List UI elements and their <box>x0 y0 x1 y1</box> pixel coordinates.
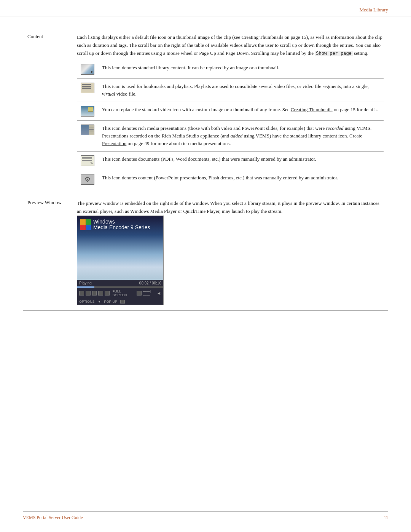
fullscreen-icon[interactable] <box>137 291 142 296</box>
time-display: 00:02 / 00:10 <box>139 281 161 285</box>
popup-button[interactable]: POP-UP <box>104 300 117 304</box>
icon-row-gear: This icon denotes content (PowerPoint pr… <box>77 170 384 189</box>
options-row: OPTIONS ▼ POP-UP <box>77 299 163 305</box>
windows-flag-icon <box>80 219 91 230</box>
preview-video-area: Windows Media Encoder 9 Series <box>77 216 164 280</box>
rewind-button[interactable] <box>98 291 103 296</box>
icon-row-rich: This icon denotes rich media presentatio… <box>77 121 384 152</box>
progress-bar[interactable] <box>77 286 163 288</box>
icon-desc-gear: This icon denotes content (PowerPoint pr… <box>98 170 384 189</box>
windows-text: Windows Media Encoder 9 Series <box>93 219 150 231</box>
icon-desc-standard: This icon denotes standard library conte… <box>98 60 384 78</box>
creating-thumbnails-link-1[interactable]: Creating Thumbnails <box>291 107 333 112</box>
icon-row-standard: This icon denotes standard library conte… <box>77 60 384 78</box>
icon-cell-thumbnail <box>77 102 98 121</box>
main-content: Content Each listing displays either a d… <box>0 16 411 326</box>
icon-row-document: This icon denotes documents (PDFs, Word … <box>77 152 384 170</box>
gear-icon <box>81 174 94 185</box>
fullscreen-button[interactable]: FULL SCREEN <box>113 289 134 297</box>
page-header: Media Library <box>0 0 411 16</box>
header-title: Media Library <box>360 7 388 13</box>
content-main-text: Each listing displays either a default f… <box>77 34 384 58</box>
preview-controls-bar: Playing 00:02 / 00:10 <box>77 280 163 286</box>
icon-cell-document <box>77 152 98 170</box>
pause-button[interactable] <box>86 291 91 296</box>
preview-label: Preview Window <box>23 194 72 311</box>
rich-media-icon <box>81 125 94 135</box>
page-container: Media Library Content Each listing displ… <box>0 0 411 532</box>
thumbnail-icon <box>81 106 94 117</box>
content-cell: Each listing displays either a default f… <box>72 28 388 194</box>
progress-bar-fill <box>77 286 94 288</box>
table-row-preview: Preview Window The preview window is emb… <box>23 194 388 311</box>
icon-desc-bookmark: This icon is used for bookmarks and play… <box>98 78 384 102</box>
bookmark-icon <box>81 83 94 93</box>
icon-row-bookmark: This icon is used for bookmarks and play… <box>77 78 384 102</box>
icon-cell-gear <box>77 170 98 189</box>
popup-icon[interactable] <box>120 300 125 304</box>
standard-content-icon <box>81 64 94 75</box>
icon-desc-thumbnail: You can replace the standard video icon … <box>98 102 384 121</box>
show-per-page: Show per page <box>315 51 353 56</box>
icon-table: This icon denotes standard library conte… <box>77 60 384 189</box>
footer-title: VEMS Portal Server User Guide <box>23 515 83 521</box>
page-footer: VEMS Portal Server User Guide 11 <box>23 511 388 521</box>
icon-cell-rich <box>77 121 98 152</box>
table-row-content: Content Each listing displays either a d… <box>23 28 388 194</box>
icon-row-thumbnail: You can replace the standard video icon … <box>77 102 384 121</box>
options-button[interactable]: OPTIONS <box>79 300 95 304</box>
icon-cell-bookmark <box>77 78 98 102</box>
doc-table: Content Each listing displays either a d… <box>23 28 388 311</box>
controls-row: FULL SCREEN ——|—— ◀) <box>77 288 163 299</box>
icon-desc-document: This icon denotes documents (PDFs, Word … <box>98 152 384 170</box>
volume-slider[interactable]: ——|—— <box>143 289 156 297</box>
preview-window: Windows Media Encoder 9 Series <box>77 216 164 305</box>
playing-text: Playing <box>79 281 92 285</box>
windows-logo-area: Windows Media Encoder 9 Series <box>80 219 150 231</box>
content-label: Content <box>23 28 72 194</box>
stop-button[interactable] <box>92 291 97 296</box>
forward-button[interactable] <box>105 291 110 296</box>
play-button[interactable] <box>79 291 84 296</box>
icon-cell-standard <box>77 60 98 78</box>
icon-desc-rich: This icon denotes rich media presentatio… <box>98 121 384 152</box>
document-icon <box>81 155 94 166</box>
page-number: 11 <box>384 515 388 521</box>
preview-description: The preview window is embedded on the ri… <box>77 200 384 216</box>
preview-content-cell: The preview window is embedded on the ri… <box>72 194 388 311</box>
